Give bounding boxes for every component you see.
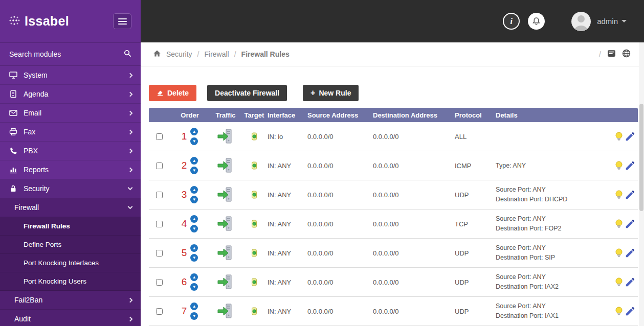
sidebar-item-email[interactable]: Email (0, 104, 141, 123)
destination-address-value: 0.0.0.0/0 (373, 191, 455, 199)
toolbar: Delete Deactivate Firewall + New Rule (149, 85, 644, 101)
edit-icon[interactable] (625, 306, 636, 317)
row-checkbox[interactable] (156, 192, 163, 198)
table-row: 6 ▲ ▼ IN: ANY 0.0.0.0/0 0.0.0.0/0 UDP So… (149, 268, 638, 297)
info-button[interactable]: i (503, 13, 520, 30)
bulb-icon[interactable] (614, 248, 624, 258)
traffic-icon (210, 156, 241, 175)
interface-value: IN: ANY (268, 249, 307, 257)
move-down-button[interactable]: ▼ (190, 196, 198, 203)
row-checkbox[interactable] (156, 250, 163, 257)
edit-icon[interactable] (625, 276, 636, 288)
row-checkbox[interactable] (156, 221, 163, 227)
sidebar-item-fax[interactable]: Fax (0, 123, 141, 142)
chevron-right-icon (128, 73, 133, 78)
sidebar-item-audit[interactable]: Audit (0, 310, 141, 326)
sidebar-item-pbx[interactable]: PBX (0, 142, 141, 160)
interface-value: IN: ANY (268, 191, 307, 199)
move-up-button[interactable]: ▲ (190, 128, 198, 135)
sidebar-item-define-ports[interactable]: Define Ports (0, 236, 141, 254)
delete-button[interactable]: Delete (149, 85, 196, 101)
order-number: 2 (182, 160, 187, 171)
row-actions (601, 131, 638, 142)
details-value: Source Port: ANY Destination Port: DHCPD (496, 185, 601, 204)
search-icon[interactable] (124, 50, 131, 59)
edit-icon[interactable] (625, 247, 636, 259)
bulb-icon[interactable] (614, 306, 624, 316)
move-up-button[interactable]: ▲ (190, 215, 198, 223)
move-up-button[interactable]: ▲ (190, 186, 198, 194)
chevron-down-icon (128, 204, 133, 209)
details-value: Source Port: ANY Destination Port: IAX1 (496, 301, 601, 321)
move-down-button[interactable]: ▼ (190, 312, 198, 320)
sidebar-item-firewall-rules[interactable]: Firewall Rules (0, 217, 141, 236)
source-address-value: 0.0.0.0/0 (307, 133, 373, 141)
scrollbar-thumb[interactable] (639, 104, 643, 211)
avatar[interactable] (571, 12, 591, 31)
breadcrumb-separator: / (197, 50, 199, 58)
sidebar-item-reports[interactable]: Reports (0, 160, 141, 179)
breadcrumb-item-security[interactable]: Security (166, 50, 192, 58)
target-icon (241, 249, 268, 257)
bulb-icon[interactable] (614, 160, 624, 171)
sidebar-item-fail2ban[interactable]: Fail2Ban (0, 291, 141, 310)
bulb-icon[interactable] (614, 190, 624, 200)
edit-icon[interactable] (625, 189, 636, 200)
target-icon (241, 161, 268, 170)
move-down-button[interactable]: ▼ (190, 225, 198, 232)
destination-address-value: 0.0.0.0/0 (373, 220, 455, 228)
new-rule-button[interactable]: + New Rule (303, 85, 359, 101)
move-down-button[interactable]: ▼ (190, 283, 198, 291)
move-up-button[interactable]: ▲ (190, 302, 198, 310)
sidebar-item-port-knocking-interfaces[interactable]: Port Knocking Interfaces (0, 254, 141, 272)
panel-icon[interactable] (607, 50, 616, 59)
search-input[interactable] (9, 50, 124, 58)
sidebar-item-port-knocking-users[interactable]: Port Knocking Users (0, 272, 141, 291)
bulb-icon[interactable] (614, 277, 624, 287)
col-header-details: Details (496, 111, 601, 119)
breadcrumb-item-firewall[interactable]: Firewall (204, 50, 229, 58)
move-down-button[interactable]: ▼ (190, 167, 198, 174)
move-up-button[interactable]: ▲ (190, 273, 198, 281)
menu-toggle-button[interactable] (113, 13, 131, 29)
protocol-value: UDP (455, 278, 496, 286)
sidebar-item-label: Security (24, 184, 123, 193)
row-actions (601, 247, 638, 259)
table-body: 1 ▲ ▼ IN: lo 0.0.0.0/0 0.0.0.0/0 ALL (149, 122, 638, 326)
row-checkbox[interactable] (156, 133, 163, 140)
target-icon (241, 191, 268, 199)
table-row: 5 ▲ ▼ IN: ANY 0.0.0.0/0 0.0.0.0/0 UDP So… (149, 239, 638, 268)
row-checkbox[interactable] (156, 162, 163, 169)
move-up-button[interactable]: ▲ (190, 157, 198, 165)
row-checkbox[interactable] (156, 279, 163, 286)
issabel-logo[interactable]: Issabel (8, 14, 69, 29)
globe-icon[interactable] (622, 49, 631, 59)
bulb-icon[interactable] (614, 219, 624, 229)
edit-icon[interactable] (625, 218, 636, 229)
system-icon (9, 71, 18, 79)
edit-icon[interactable] (625, 131, 636, 142)
protocol-value: UDP (455, 191, 496, 199)
deactivate-firewall-button[interactable]: Deactivate Firewall (207, 85, 287, 101)
edit-icon[interactable] (625, 160, 636, 171)
notifications-button[interactable] (528, 13, 545, 30)
sidebar-item-security[interactable]: Security (0, 179, 141, 198)
sidebar-item-label: Audit (14, 315, 123, 323)
logo-text: Issabel (25, 14, 69, 29)
chevron-down-icon (621, 20, 627, 22)
user-menu[interactable]: admin (597, 17, 627, 26)
row-checkbox[interactable] (156, 308, 163, 315)
agenda-icon (9, 90, 18, 98)
breadcrumb-trailing-separator: / (599, 50, 601, 58)
sidebar-item-agenda[interactable]: Agenda (0, 85, 141, 104)
home-icon[interactable] (153, 50, 161, 59)
move-down-button[interactable]: ▼ (190, 254, 198, 262)
interface-value: IN: ANY (268, 162, 307, 170)
bulb-icon[interactable] (614, 131, 624, 142)
sidebar-item-firewall[interactable]: Firewall (0, 198, 141, 217)
source-address-value: 0.0.0.0/0 (307, 162, 373, 170)
sidebar-item-system[interactable]: System (0, 66, 141, 85)
email-icon (9, 109, 18, 117)
move-down-button[interactable]: ▼ (190, 137, 198, 145)
move-up-button[interactable]: ▲ (190, 244, 198, 252)
